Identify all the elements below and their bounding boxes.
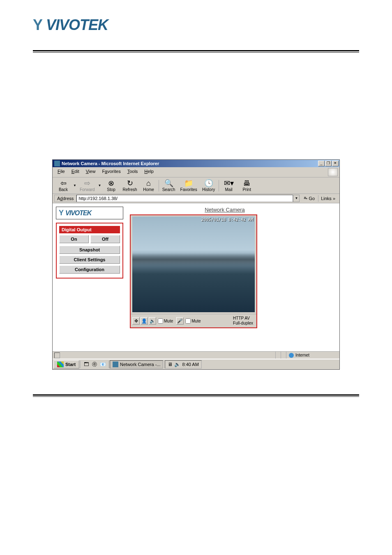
menu-view[interactable]: View [83, 168, 99, 176]
taskbar-task-network-camera[interactable]: Network Camera -... [110, 360, 163, 368]
mail-label: Mail [225, 187, 233, 192]
refresh-button[interactable]: ↻ Refresh [120, 178, 140, 193]
menu-favorites[interactable]: Favorites [99, 168, 124, 176]
video-expand-button[interactable]: ✥ [132, 317, 140, 325]
quick-launch-desktop-icon[interactable]: 🗔 [83, 361, 90, 368]
configuration-button[interactable]: Configuration [59, 265, 120, 274]
back-label: Back [59, 187, 68, 192]
start-button[interactable]: Start [53, 360, 79, 368]
quick-launch-outlook-icon[interactable]: 📧 [99, 361, 106, 368]
video-mic-button[interactable]: 🎤 [176, 317, 184, 325]
address-dropdown[interactable]: ▼ [293, 195, 300, 202]
search-button[interactable]: 🔍 Search [160, 178, 178, 193]
sidebar-logo-icon: Y [59, 209, 64, 217]
search-icon: 🔍 [164, 179, 173, 187]
task-ie-icon [113, 362, 118, 367]
print-button[interactable]: 🖶 Print [238, 178, 256, 193]
refresh-icon: ↻ [127, 179, 133, 187]
go-button[interactable]: ⥱ Go [301, 195, 317, 202]
stop-icon: ⊗ [108, 179, 114, 187]
video-status-proto: HTTP AV [233, 316, 253, 321]
toolbar: ⇦ Back ▼ ⇨ Forward ▼ ⊗ Stop ↻ Refresh ⌂ … [53, 177, 339, 194]
history-icon: 🕓 [204, 179, 213, 187]
status-zone: Internet [286, 352, 339, 359]
page-divider-top [33, 50, 359, 53]
close-button[interactable]: ✕ [332, 161, 339, 166]
digital-output-header: Digital Output [59, 226, 120, 233]
control-panel: Digital Output On Off Snapshot Client Se… [56, 223, 123, 279]
tray-volume-icon[interactable]: 🔈 [174, 362, 180, 367]
favorites-button[interactable]: 📁 Favorites [178, 178, 200, 193]
status-cell-2 [281, 352, 286, 359]
page-divider-bottom [33, 394, 359, 397]
toolbar-separator-2 [219, 180, 219, 191]
video-talk-button[interactable]: 👤 [141, 317, 148, 325]
mail-button[interactable]: ✉▾ Mail [220, 178, 238, 193]
sidebar-logo: Y VIVOTEK [56, 207, 123, 219]
task-label: Network Camera -... [120, 362, 160, 367]
forward-button[interactable]: ⇨ Forward [77, 178, 97, 193]
mute-mic-label: Mute [191, 319, 201, 323]
status-bar: Internet [53, 351, 339, 359]
forward-dropdown[interactable]: ▼ [97, 184, 102, 187]
ie-icon [54, 161, 60, 166]
back-button[interactable]: ⇦ Back [54, 178, 72, 193]
mail-icon: ✉▾ [224, 179, 234, 187]
maximize-button[interactable]: ❐ [325, 161, 332, 166]
quick-launch-ie-icon[interactable]: ⓔ [91, 361, 98, 368]
page-title: Network Camera [130, 207, 336, 213]
forward-label: Forward [80, 187, 95, 192]
links-button[interactable]: Links » [318, 195, 338, 202]
stop-button[interactable]: ⊗ Stop [102, 178, 120, 193]
vivotek-logo: Y VIVOTEK [33, 16, 359, 34]
window-titlebar: Network Camera - Microsoft Internet Expl… [53, 160, 339, 167]
quick-launch: 🗔 ⓔ 📧 [80, 361, 109, 368]
print-icon: 🖶 [243, 179, 251, 187]
snapshot-button[interactable]: Snapshot [59, 246, 120, 254]
internet-zone-icon [289, 353, 294, 358]
tray-display-icon[interactable]: 🖥 [168, 362, 173, 367]
video-status-duplex: Full-duplex [233, 321, 253, 326]
status-left [53, 352, 275, 358]
start-label: Start [65, 362, 76, 367]
digital-output-on-button[interactable]: On [59, 235, 89, 243]
status-cell-1 [275, 352, 281, 359]
home-label: Home [143, 187, 154, 192]
menu-edit[interactable]: Edit [68, 168, 83, 176]
client-settings-button[interactable]: Client Settings [59, 256, 120, 264]
taskbar: Start 🗔 ⓔ 📧 Network Camera -... 🖥 🔈 8:40… [53, 359, 339, 369]
menu-tools[interactable]: Tools [124, 168, 141, 176]
video-speaker-button[interactable]: 🔈 [149, 317, 156, 325]
vivotek-logo-icon: Y [33, 16, 43, 34]
sidebar-logo-text: VIVOTEK [65, 210, 91, 217]
browser-window: Network Camera - Microsoft Internet Expl… [52, 159, 340, 370]
stop-label: Stop [107, 187, 115, 192]
home-button[interactable]: ⌂ Home [140, 178, 158, 193]
print-label: Print [242, 187, 251, 192]
video-timestamp: 2005/01/18 8:42:42 AM [201, 217, 253, 222]
system-tray: 🖥 🔈 8:40 AM [165, 360, 201, 368]
address-input[interactable] [76, 195, 293, 202]
refresh-label: Refresh [123, 187, 137, 192]
menu-help[interactable]: Help [141, 168, 157, 176]
forward-arrow-icon: ⇨ [84, 179, 90, 187]
mute-mic-checkbox[interactable] [185, 318, 191, 324]
windows-logo-icon [57, 362, 64, 367]
mute-speaker-checkbox[interactable] [158, 318, 163, 324]
tray-clock: 8:40 AM [182, 362, 198, 367]
home-icon: ⌂ [146, 179, 151, 187]
favorites-icon: 📁 [184, 179, 193, 187]
digital-output-off-button[interactable]: Off [90, 235, 120, 243]
address-label: Address [54, 195, 76, 202]
history-button[interactable]: 🕓 History [200, 178, 218, 193]
search-label: Search [162, 187, 175, 192]
video-status: HTTP AV Full-duplex [233, 316, 255, 326]
mute-speaker-label: Mute [164, 319, 173, 323]
window-title: Network Camera - Microsoft Internet Expl… [62, 161, 318, 166]
menu-file[interactable]: File [54, 168, 68, 176]
video-feed: 2005/01/18 8:42:42 AM [131, 215, 256, 314]
toolbar-separator [159, 180, 159, 191]
back-arrow-icon: ⇦ [60, 179, 67, 187]
minimize-button[interactable]: _ [318, 161, 325, 166]
back-dropdown[interactable]: ▼ [72, 184, 77, 187]
